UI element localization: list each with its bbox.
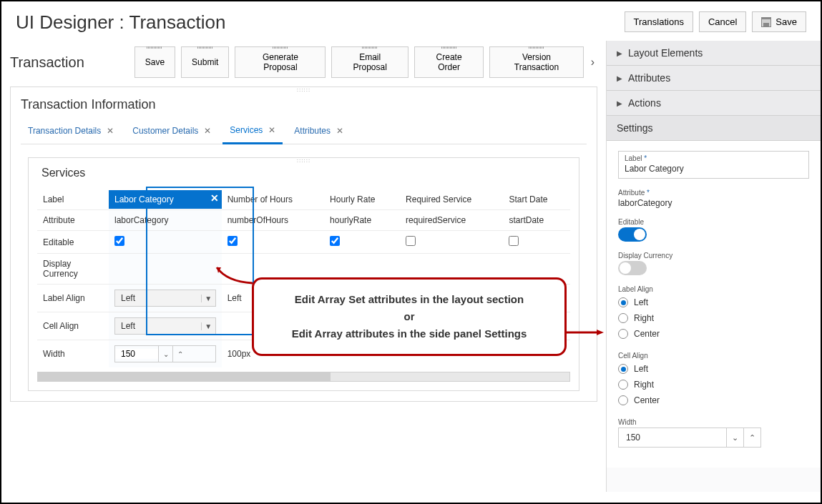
annotation-callout: Edit Array Set attributes in the layout … [252, 277, 567, 356]
display-currency-toggle[interactable] [618, 261, 647, 275]
width-input[interactable] [115, 349, 158, 359]
action-version-transaction[interactable]: Version Transaction [489, 46, 583, 78]
action-create-order[interactable]: Create Order [414, 46, 484, 78]
panel-title: Transaction Information [21, 97, 587, 112]
chevron-up-icon[interactable]: ⌃ [743, 428, 760, 447]
la-radios-right[interactable]: Right [618, 310, 809, 326]
label-align-label: Label Align [618, 285, 809, 293]
column-label[interactable]: Number of Hours [222, 189, 324, 210]
column-label[interactable]: Hourly Rate [324, 189, 400, 210]
column-attribute: requiredService [400, 210, 503, 231]
arrow-left-icon [212, 263, 254, 285]
row-label: Label Align [37, 285, 109, 312]
chevron-right-icon: ▶ [617, 74, 622, 82]
editable-checkbox[interactable] [509, 236, 519, 246]
display-currency-label: Display Currency [618, 252, 809, 260]
row-label: Editable [37, 231, 109, 254]
width-stepper[interactable]: 150 ⌄ ⌃ [618, 428, 761, 448]
la-radios-center[interactable]: Center [618, 326, 809, 342]
column-attribute: hourlyRate [324, 210, 400, 231]
editable-checkbox[interactable] [330, 236, 340, 246]
tab-attributes[interactable]: Attributes✕ [287, 121, 351, 144]
close-icon[interactable]: ✕ [336, 126, 343, 136]
column-attribute: startDate [503, 210, 570, 231]
translations-button[interactable]: Translations [625, 11, 693, 32]
arrow-right-icon [564, 330, 604, 335]
actions-overflow-chevron[interactable]: › [588, 51, 597, 73]
accordion-actions[interactable]: ▶Actions [607, 91, 821, 116]
page-title: UI Designer : Transaction [16, 11, 225, 34]
row-label: Label [37, 189, 109, 210]
chevron-down-icon[interactable]: ⌄ [726, 428, 743, 447]
column-label[interactable]: Start Date [503, 189, 570, 210]
accordion-layout-elements[interactable]: ▶Layout Elements [607, 41, 821, 66]
horizontal-scrollbar[interactable] [37, 372, 570, 382]
radio-icon [618, 329, 628, 339]
tab-transaction-details[interactable]: Transaction Details✕ [21, 121, 121, 144]
editable-label: Editable [618, 218, 809, 226]
label-field-label: Label [625, 154, 642, 162]
attribute-value: laborCategory [618, 198, 809, 208]
action-submit[interactable]: Submit [181, 46, 229, 78]
column-attribute: laborCategory [109, 210, 222, 231]
radio-icon [618, 395, 628, 405]
label-align-select[interactable]: Left▼ [114, 290, 216, 307]
drag-handle-icon[interactable]: :::::: [297, 87, 310, 93]
chevron-down-icon[interactable]: ⌄ [158, 346, 172, 362]
chevron-up-icon[interactable]: ⌃ [172, 346, 187, 362]
action-generate-proposal[interactable]: Generate Proposal [235, 46, 326, 78]
width-stepper[interactable]: ⌄⌃ [114, 345, 216, 362]
action-email-proposal[interactable]: Email Proposal [331, 46, 408, 78]
radio-icon [618, 297, 628, 307]
ca-radios-right[interactable]: Right [618, 377, 809, 392]
column-label[interactable]: Required Service [400, 189, 503, 210]
chevron-right-icon: ▶ [617, 49, 622, 57]
ca-radios-center[interactable]: Center [618, 392, 809, 408]
ca-radios-left[interactable]: Left [618, 361, 809, 377]
sub-title: Transaction [10, 54, 84, 71]
attribute-field-label: Attribute [618, 189, 645, 197]
close-icon[interactable]: ✕ [210, 192, 219, 204]
cell-align-select[interactable]: Left▼ [114, 317, 216, 335]
radio-icon [618, 364, 628, 374]
close-icon[interactable]: ✕ [268, 125, 275, 135]
close-icon[interactable]: ✕ [107, 126, 114, 136]
chevron-down-icon[interactable]: ▼ [201, 295, 215, 302]
save-icon [761, 17, 771, 27]
width-label: Width [618, 418, 809, 426]
tab-services[interactable]: Services✕ [222, 121, 283, 144]
radio-icon [618, 313, 628, 323]
services-title: Services [37, 167, 570, 179]
radio-icon [618, 380, 628, 390]
row-label: Attribute [37, 210, 109, 231]
editable-checkbox[interactable] [114, 236, 124, 246]
action-save[interactable]: Save [134, 46, 175, 78]
editable-checkbox[interactable] [406, 236, 416, 246]
column-attribute: numberOfHours [222, 210, 324, 231]
chevron-down-icon[interactable]: ▼ [201, 322, 215, 330]
accordion-attributes[interactable]: ▶Attributes [607, 66, 821, 91]
la-radios-left[interactable]: Left [618, 295, 809, 310]
row-label: Cell Align [37, 312, 109, 340]
accordion-settings[interactable]: Settings [607, 116, 821, 141]
row-label: Width [37, 340, 109, 368]
editable-toggle[interactable] [618, 227, 647, 242]
tab-customer-details[interactable]: Customer Details✕ [125, 121, 218, 144]
cell-align-label: Cell Align [618, 352, 809, 360]
row-label: Display Currency [37, 254, 109, 285]
chevron-right-icon: ▶ [617, 99, 622, 107]
cancel-button[interactable]: Cancel [699, 11, 746, 32]
close-icon[interactable]: ✕ [204, 126, 211, 136]
label-value[interactable]: Labor Category [625, 164, 803, 174]
drag-handle-icon[interactable]: :::::: [297, 157, 310, 164]
selected-column-header[interactable]: Labor Category✕ [109, 190, 222, 209]
save-button[interactable]: Save [752, 11, 806, 32]
editable-checkbox[interactable] [227, 236, 238, 246]
